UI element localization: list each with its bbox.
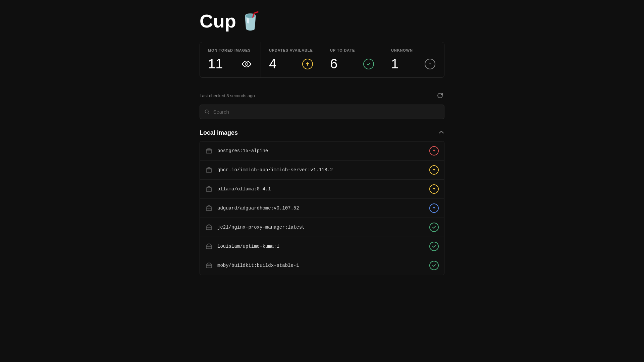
container-icon xyxy=(205,147,213,155)
search-icon xyxy=(205,109,210,115)
status-update-yellow-icon xyxy=(429,184,439,194)
table-row[interactable]: ghcr.io/immich-app/immich-server:v1.118.… xyxy=(200,161,444,180)
status-uptodate-green-icon xyxy=(429,261,439,270)
section-header-local-images: Local images xyxy=(200,126,444,140)
stat-uptodate-value: 6 xyxy=(330,56,337,71)
stat-unknown: UNKNOWN 1 ? xyxy=(383,42,444,77)
svg-text:?: ? xyxy=(429,62,431,66)
updates-available-icon xyxy=(302,58,314,70)
table-row[interactable]: adguard/adguardhome:v0.107.52 xyxy=(200,199,444,218)
table-row[interactable]: moby/buildkit:buildx-stable-1 xyxy=(200,256,444,275)
search-input[interactable] xyxy=(213,105,439,119)
main-content: Last checked 8 seconds ago Local images xyxy=(200,91,444,275)
local-images-title: Local images xyxy=(200,129,238,136)
app-title-text: Cup xyxy=(200,10,236,32)
refresh-icon xyxy=(437,93,443,99)
status-update-red-icon xyxy=(429,146,439,156)
eye-icon xyxy=(240,58,253,70)
search-box xyxy=(200,105,444,119)
table-row[interactable]: ollama/ollama:0.4.1 xyxy=(200,180,444,199)
unknown-icon: ? xyxy=(424,58,436,70)
stats-grid: MONITORED IMAGES 11 UPDATES AVAILABLE 4 xyxy=(200,42,444,78)
stat-unknown-label: UNKNOWN xyxy=(391,48,436,52)
table-row[interactable]: postgres:15-alpine xyxy=(200,141,444,161)
stat-updates-label: UPDATES AVAILABLE xyxy=(269,48,314,52)
last-checked-text: Last checked 8 seconds ago xyxy=(200,93,255,98)
status-uptodate-green-icon xyxy=(429,223,439,232)
svg-point-0 xyxy=(245,63,248,65)
app-emoji: 🥤 xyxy=(239,11,261,31)
stat-monitored: MONITORED IMAGES 11 xyxy=(200,42,261,77)
stat-unknown-value: 1 xyxy=(391,56,398,71)
stat-updates: UPDATES AVAILABLE 4 xyxy=(261,42,322,77)
list-item: ghcr.io/immich-app/immich-server:v1.118.… xyxy=(217,167,333,173)
container-icon xyxy=(205,204,213,212)
app-title: Cup 🥤 xyxy=(200,10,444,32)
table-row[interactable]: jc21/nginx-proxy-manager:latest xyxy=(200,218,444,237)
container-icon xyxy=(205,224,213,231)
refresh-button[interactable] xyxy=(436,91,444,100)
container-icon xyxy=(205,185,213,193)
container-icon xyxy=(205,262,213,269)
stat-uptodate-label: UP TO DATE xyxy=(330,48,375,52)
status-update-yellow-icon xyxy=(429,165,439,175)
stat-uptodate: UP TO DATE 6 xyxy=(322,42,383,77)
list-item: moby/buildkit:buildx-stable-1 xyxy=(217,263,299,268)
list-item: adguard/adguardhome:v0.107.52 xyxy=(217,205,299,211)
image-list: postgres:15-alpine ghcr.io/immich-app/ xyxy=(200,141,444,275)
list-item: jc21/nginx-proxy-manager:latest xyxy=(217,225,305,230)
list-item: postgres:15-alpine xyxy=(217,148,268,154)
container-icon xyxy=(205,243,213,250)
list-item: louislam/uptime-kuma:1 xyxy=(217,244,279,249)
container-icon xyxy=(205,166,213,174)
status-uptodate-green-icon xyxy=(429,242,439,251)
list-item: ollama/ollama:0.4.1 xyxy=(217,186,271,192)
stat-monitored-value: 11 xyxy=(208,56,223,71)
chevron-up-icon[interactable] xyxy=(438,129,444,136)
status-update-blue-icon xyxy=(429,203,439,213)
uptodate-icon xyxy=(363,58,375,70)
table-row[interactable]: louislam/uptime-kuma:1 xyxy=(200,237,444,256)
stat-updates-value: 4 xyxy=(269,56,276,71)
stat-monitored-label: MONITORED IMAGES xyxy=(208,48,253,52)
toolbar: Last checked 8 seconds ago xyxy=(200,91,444,100)
